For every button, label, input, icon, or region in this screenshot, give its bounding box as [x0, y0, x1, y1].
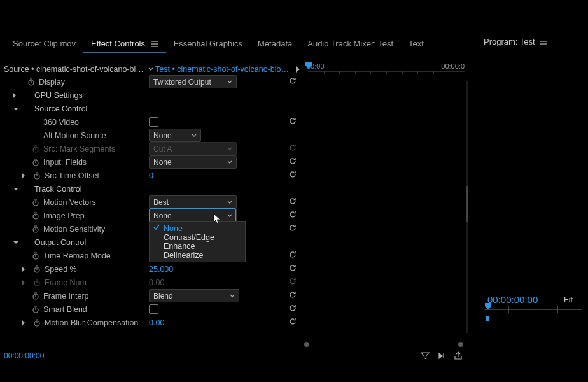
frame-interp-select[interactable]: Blend [149, 289, 239, 302]
display-select[interactable]: Twixtored Output [149, 75, 237, 88]
stopwatch-icon [31, 145, 40, 153]
reset-icon[interactable] [288, 290, 298, 301]
footer-timecode[interactable]: 00:00:00:00 [0, 351, 44, 360]
reset-icon[interactable] [288, 210, 298, 220]
dropdown-item-delinearize[interactable]: Delinearize [150, 248, 245, 262]
sequence-source-label: Source • cinematic-shot-of-volcano-blowi… [0, 65, 146, 74]
chevron-down-icon [227, 145, 234, 153]
playhead-icon[interactable] [485, 303, 491, 313]
input-fields-select[interactable]: None [149, 155, 237, 169]
program-scrubber[interactable] [484, 304, 582, 320]
image-prep-dropdown[interactable]: None Contrast/Edge Enhance Delinearize [149, 221, 246, 262]
stopwatch-icon[interactable] [31, 305, 40, 314]
alt-motion-select[interactable]: None [149, 129, 201, 142]
image-prep-label: Image Prep [43, 211, 85, 220]
scrollbar-thumb[interactable] [466, 186, 468, 222]
program-zoom-select[interactable]: Fit [564, 295, 573, 304]
dropdown-item-label: None [164, 224, 183, 233]
smart-blend-label: Smart Blend [43, 305, 87, 314]
reset-icon[interactable] [288, 317, 298, 327]
frame-interp-value: Blend [153, 292, 173, 301]
sequence-clip-label: Test • cinematic-shot-of-volcano-blowing… [155, 65, 293, 74]
360-video-label: 360 Video [43, 118, 79, 127]
source-control-label: Source Control [34, 104, 87, 113]
effect-controls-footer: 00:00:00:00 [0, 349, 465, 363]
stopwatch-icon[interactable] [32, 171, 41, 180]
param-motion-vectors: Motion Vectors Best [0, 195, 302, 209]
reset-icon[interactable] [288, 304, 298, 314]
timeline-scrollbar[interactable] [304, 341, 463, 348]
twirl-down-icon[interactable] [13, 240, 19, 245]
panel-menu-icon[interactable] [151, 41, 158, 47]
speed-value[interactable]: 25.000 [149, 265, 173, 274]
param-source-control[interactable]: Source Control [0, 102, 302, 115]
reset-icon[interactable] [288, 250, 298, 260]
stopwatch-icon[interactable] [31, 158, 40, 167]
dropdown-item-label: Delinearize [164, 251, 204, 260]
time-remap-label: Time Remap Mode [43, 251, 111, 260]
twirl-right-icon[interactable] [20, 320, 27, 325]
reset-icon[interactable] [288, 157, 298, 167]
motion-vectors-select[interactable]: Best [149, 195, 237, 209]
panel-scrollbar[interactable] [466, 81, 468, 333]
param-track-control[interactable]: Track Control [0, 182, 302, 195]
step-icon[interactable] [437, 351, 447, 361]
src-time-offset-value[interactable]: 0 [149, 171, 153, 180]
tab-source[interactable]: Source: Clip.mov [5, 36, 83, 53]
twirl-down-icon[interactable] [13, 106, 19, 111]
twirl-right-icon[interactable] [20, 173, 27, 178]
param-gpu-settings[interactable]: GPU Settings [0, 88, 302, 102]
twirl-right-icon[interactable] [20, 267, 27, 272]
display-value: Twixtored Output [153, 78, 211, 87]
reset-icon [288, 277, 298, 287]
in-point-icon[interactable] [486, 313, 491, 318]
play-icon[interactable] [293, 66, 302, 73]
mark-segments-select: Cut A [149, 142, 237, 155]
program-monitor[interactable] [475, 55, 588, 318]
stopwatch-icon[interactable] [32, 265, 41, 274]
stopwatch-icon[interactable] [27, 78, 36, 87]
tab-audio-mixer[interactable]: Audio Track Mixer: Test [300, 36, 401, 53]
export-icon[interactable] [453, 351, 463, 361]
filter-icon[interactable] [420, 351, 430, 361]
tab-metadata[interactable]: Metadata [250, 36, 300, 53]
twirl-right-icon[interactable] [11, 93, 18, 98]
stopwatch-icon[interactable] [31, 251, 40, 260]
check-icon [153, 223, 160, 233]
reset-icon[interactable] [288, 223, 298, 234]
360-video-checkbox[interactable] [149, 117, 158, 127]
smart-blend-checkbox[interactable] [149, 304, 158, 314]
stopwatch-icon[interactable] [31, 225, 40, 234]
chevron-down-icon[interactable] [146, 67, 155, 72]
playhead-icon[interactable] [305, 62, 312, 69]
twirl-down-icon[interactable] [13, 187, 19, 192]
param-360-video: 360 Video [0, 115, 302, 129]
panel-menu-icon[interactable] [540, 37, 547, 46]
tab-essential-graphics[interactable]: Essential Graphics [166, 36, 250, 53]
stopwatch-icon[interactable] [32, 318, 41, 327]
param-src-time-offset: Src Time Offset 0 [0, 169, 302, 182]
reset-icon[interactable] [288, 197, 298, 207]
param-smart-blend: Smart Blend [0, 302, 302, 316]
dropdown-item-contrast[interactable]: Contrast/Edge Enhance [150, 235, 245, 248]
tab-text[interactable]: Text [401, 36, 431, 53]
scrollbar-handle-right[interactable] [458, 342, 463, 347]
param-frame-num: Frame Num 0.00 [0, 276, 302, 289]
gpu-settings-label: GPU Settings [34, 91, 83, 100]
scrollbar-handle-left[interactable] [304, 342, 309, 347]
image-prep-select[interactable]: None [149, 209, 237, 222]
mini-timeline[interactable]: 00:00 00:00:0 [304, 62, 465, 76]
motion-blur-label: Motion Blur Compensation [45, 318, 138, 327]
reset-icon[interactable] [288, 264, 298, 274]
stopwatch-icon[interactable] [31, 211, 40, 220]
program-timecode[interactable]: 00:00:00:00 [487, 294, 538, 305]
reset-icon[interactable] [288, 117, 298, 127]
reset-icon[interactable] [288, 76, 298, 87]
stopwatch-icon[interactable] [31, 292, 40, 301]
stopwatch-icon[interactable] [31, 198, 40, 207]
param-alt-motion-source: Alt Motion Source None [0, 129, 302, 142]
motion-blur-value[interactable]: 0.00 [149, 318, 164, 327]
reset-icon[interactable] [288, 170, 298, 180]
motion-sensitivity-label: Motion Sensitivity [43, 225, 105, 234]
tab-effect-controls[interactable]: Effect Controls [83, 36, 166, 53]
